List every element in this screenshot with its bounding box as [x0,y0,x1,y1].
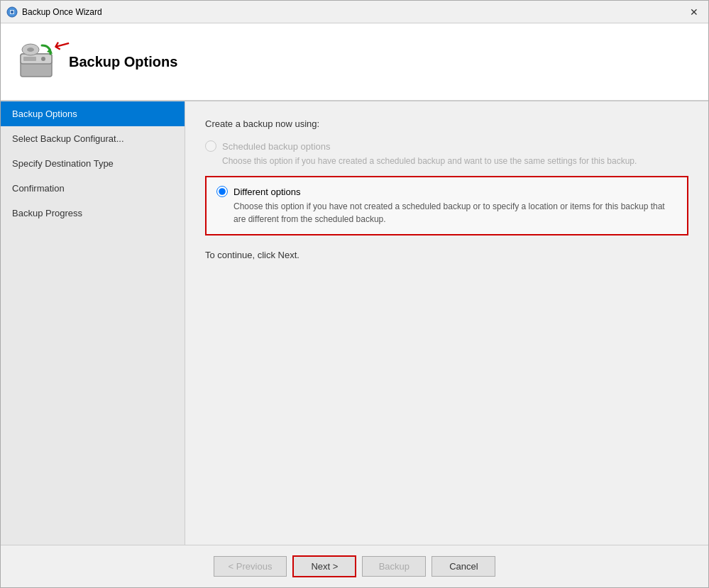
header-title-area: Backup Options [69,54,694,70]
different-description: Choose this option if you have not creat… [233,200,677,226]
option-scheduled-row: Scheduled backup options [205,140,688,152]
title-bar: Backup Once Wizard ✕ [1,1,708,23]
backup-icon [15,40,57,82]
content-panel: Create a backup now using: Scheduled bac… [185,101,708,545]
header-icon-wrapper: ↙ [15,40,57,84]
backup-button[interactable]: Backup [362,556,426,577]
sidebar-item-backup-options[interactable]: Backup Options [1,101,185,126]
page-title: Backup Options [69,54,694,70]
sidebar-item-backup-progress[interactable]: Backup Progress [1,201,185,226]
svg-point-4 [41,57,45,61]
sidebar: Backup Options Select Backup Configurat.… [1,101,185,545]
main-content: Backup Options Select Backup Configurat.… [1,101,708,545]
close-button[interactable]: ✕ [686,4,703,21]
previous-button[interactable]: < Previous [214,556,287,577]
scheduled-radio[interactable] [205,140,216,152]
header-section: ↙ Backup Options [1,23,708,101]
svg-point-1 [11,11,13,13]
scheduled-label: Scheduled backup options [222,141,331,152]
scheduled-description: Choose this option if you have created a… [222,155,688,167]
window-title: Backup Once Wizard [22,7,102,17]
different-label: Different options [233,187,300,197]
next-button[interactable]: Next > [292,555,356,577]
title-bar-left: Backup Once Wizard [6,6,102,18]
cancel-button[interactable]: Cancel [432,556,495,577]
backup-wizard-window: Backup Once Wizard ✕ ↙ Back [0,0,709,588]
option-scheduled-block: Scheduled backup options Choose this opt… [205,140,688,167]
sidebar-item-confirmation[interactable]: Confirmation [1,176,185,201]
footer: < Previous Next > Backup Cancel [1,545,708,587]
sidebar-item-specify-destination[interactable]: Specify Destination Type [1,151,185,176]
window-icon [6,6,18,18]
svg-point-8 [27,48,34,52]
create-backup-label: Create a backup now using: [205,118,688,129]
different-radio[interactable] [216,186,228,197]
sidebar-item-select-backup-config[interactable]: Select Backup Configurat... [1,126,185,151]
svg-rect-5 [23,57,36,61]
continue-text: To continue, click Next. [205,250,688,260]
option-different-row: Different options [216,186,677,197]
different-options-box: Different options Choose this option if … [205,176,688,235]
